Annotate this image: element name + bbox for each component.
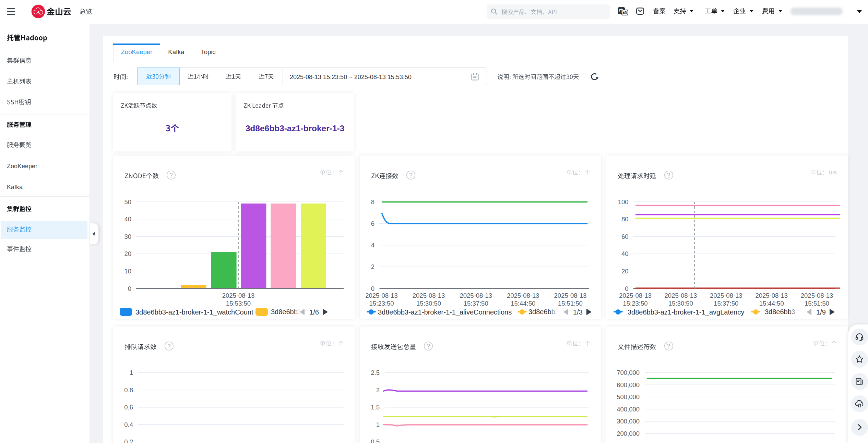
- svg-text:8: 8: [371, 198, 374, 206]
- svg-text:2025-08-13: 2025-08-13: [460, 292, 492, 299]
- svg-text:6: 6: [371, 220, 374, 227]
- svg-text:0: 0: [128, 285, 131, 292]
- svg-text:2: 2: [371, 263, 374, 270]
- svg-text:200,000: 200,000: [617, 430, 640, 437]
- svg-text:2: 2: [376, 386, 380, 394]
- svg-text:15:37:50: 15:37:50: [714, 300, 738, 307]
- svg-text:15:30:50: 15:30:50: [668, 300, 693, 307]
- svg-text:400,000: 400,000: [617, 406, 640, 413]
- svg-text:15:37:50: 15:37:50: [464, 300, 488, 307]
- svg-text:2025-08-13: 2025-08-13: [801, 292, 833, 299]
- svg-text:40: 40: [124, 216, 131, 223]
- svg-text:0.6: 0.6: [124, 404, 133, 411]
- svg-text:4: 4: [371, 242, 374, 249]
- svg-text:20: 20: [124, 250, 131, 257]
- svg-text:0.4: 0.4: [124, 421, 133, 428]
- svg-text:15:51:50: 15:51:50: [558, 300, 583, 307]
- svg-text:600,000: 600,000: [617, 381, 640, 389]
- svg-text:2025-08-13: 2025-08-13: [665, 292, 697, 299]
- svg-text:2.5: 2.5: [371, 369, 380, 376]
- svg-text:2025-08-13: 2025-08-13: [413, 292, 445, 299]
- svg-text:0: 0: [625, 285, 628, 292]
- svg-text:50: 50: [124, 198, 131, 206]
- svg-text:80: 80: [621, 216, 629, 223]
- svg-text:1: 1: [376, 421, 380, 428]
- svg-text:100: 100: [618, 198, 629, 206]
- svg-text:15:53:50: 15:53:50: [226, 300, 251, 307]
- svg-text:2025-08-13: 2025-08-13: [222, 292, 255, 299]
- svg-text:40: 40: [621, 250, 629, 257]
- svg-text:300,000: 300,000: [617, 418, 640, 425]
- svg-text:500,000: 500,000: [617, 393, 640, 401]
- svg-text:15:44:50: 15:44:50: [511, 300, 535, 307]
- svg-text:2025-08-13: 2025-08-13: [619, 292, 652, 299]
- svg-text:2025-08-13: 2025-08-13: [507, 292, 539, 299]
- svg-text:700,000: 700,000: [617, 369, 640, 376]
- svg-text:2025-08-13: 2025-08-13: [554, 292, 587, 299]
- svg-text:15:30:50: 15:30:50: [416, 300, 441, 307]
- svg-text:2025-08-13: 2025-08-13: [755, 292, 788, 299]
- svg-text:60: 60: [621, 233, 629, 240]
- svg-text:0.8: 0.8: [124, 386, 133, 394]
- svg-text:1.5: 1.5: [371, 404, 380, 411]
- svg-text:1: 1: [130, 369, 133, 376]
- svg-text:2025-08-13: 2025-08-13: [365, 292, 398, 299]
- svg-text:15:44:50: 15:44:50: [759, 300, 784, 307]
- svg-text:0.5: 0.5: [371, 438, 380, 443]
- svg-text:20: 20: [621, 268, 629, 275]
- svg-text:15:51:50: 15:51:50: [805, 300, 829, 307]
- svg-text:10: 10: [124, 268, 131, 275]
- svg-text:2025-08-13: 2025-08-13: [710, 292, 742, 299]
- svg-text:15:23:50: 15:23:50: [623, 300, 647, 307]
- svg-text:15:23:50: 15:23:50: [369, 300, 394, 307]
- svg-text:30: 30: [124, 233, 131, 240]
- svg-text:0: 0: [371, 285, 374, 292]
- svg-text:0.2: 0.2: [124, 438, 133, 443]
